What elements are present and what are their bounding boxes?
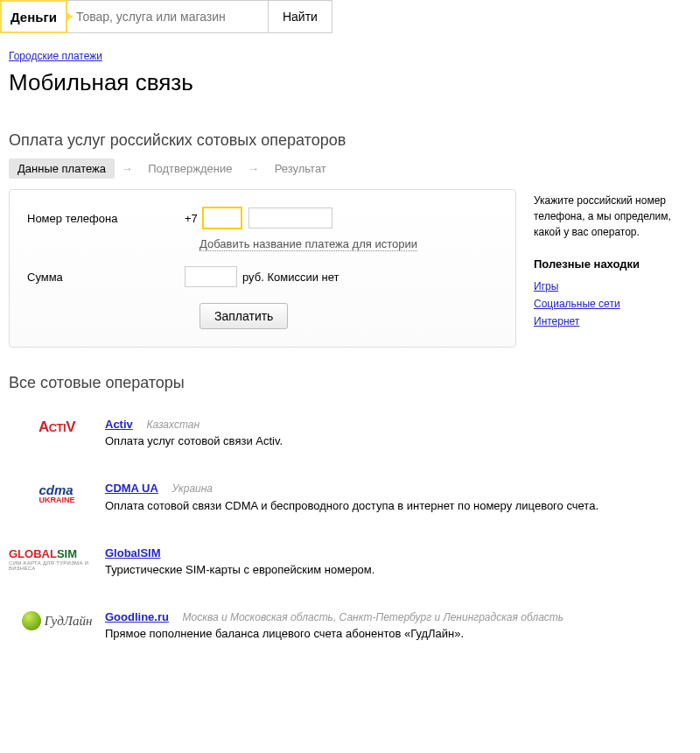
- sidebar-link-social[interactable]: Социальные сети: [534, 296, 691, 312]
- operator-item: GLOBALSIMСИМ-КАРТА ДЛЯ ТУРИЗМА И БИЗНЕСА…: [9, 530, 691, 594]
- phone-label: Номер телефона: [27, 212, 185, 225]
- payment-form-panel: Номер телефона +7 Добавить название плат…: [9, 189, 516, 348]
- operator-desc: Прямое пополнение баланса лицевого счета…: [105, 626, 691, 642]
- sidebar-hint: Укажите российский номер телефона, а мы …: [534, 193, 691, 240]
- operators-list: ACTIV Activ Казахстан Оплата услуг сотов…: [9, 401, 691, 658]
- phone-code-input[interactable]: [203, 208, 242, 229]
- operator-desc: Туристические SIM-карты с европейским но…: [105, 562, 691, 578]
- page-title: Мобильная связь: [9, 69, 691, 96]
- arrow-icon: →: [248, 162, 259, 175]
- step-result[interactable]: Результат: [266, 158, 335, 179]
- phone-number-input[interactable]: [248, 208, 332, 229]
- operator-region: Москва и Московская область, Санкт-Петер…: [183, 611, 564, 623]
- sidebar-link-games[interactable]: Игры: [534, 278, 691, 294]
- amount-suffix: руб. Комиссии нет: [242, 271, 339, 284]
- operator-item: ACTIV Activ Казахстан Оплата услуг сотов…: [9, 401, 691, 465]
- phone-prefix: +7: [185, 212, 198, 225]
- header: Деньги Найти: [0, 0, 700, 33]
- breadcrumb-parent-link[interactable]: Городские платежи: [9, 50, 102, 62]
- sidebar-links-title: Полезные находки: [534, 256, 691, 273]
- operator-link[interactable]: Goodline.ru: [105, 610, 169, 623]
- operator-logo-globalsim: GLOBALSIMСИМ-КАРТА ДЛЯ ТУРИЗМА И БИЗНЕСА: [9, 545, 105, 571]
- step-confirmation[interactable]: Подтверждение: [139, 158, 241, 179]
- arrow-icon: →: [122, 162, 133, 175]
- operator-item: ГудЛайн Goodline.ru Москва и Московская …: [9, 594, 691, 658]
- amount-input[interactable]: [185, 266, 237, 287]
- operator-region: Украина: [172, 482, 214, 495]
- sidebar: Укажите российский номер телефона, а мы …: [534, 189, 691, 348]
- operator-region: Казахстан: [146, 419, 200, 431]
- operator-logo-goodline: ГудЛайн: [9, 609, 105, 630]
- search-button[interactable]: Найти: [269, 0, 332, 33]
- step-payment-data[interactable]: Данные платежа: [9, 158, 115, 179]
- operator-logo-cdma: cdmaUKRAINE: [9, 481, 105, 503]
- operator-desc: Оплата сотовой связи CDMA и беспроводног…: [105, 498, 691, 514]
- operator-logo-activ: ACTIV: [9, 417, 105, 436]
- operator-desc: Оплата услуг сотовой связи Activ.: [105, 433, 691, 449]
- steps: Данные платежа → Подтверждение → Результ…: [9, 158, 691, 179]
- operator-link[interactable]: GlobalSIM: [105, 546, 161, 559]
- add-payment-name-link[interactable]: Добавить название платежа для истории: [200, 237, 417, 251]
- search-input[interactable]: [67, 0, 269, 33]
- operator-link[interactable]: Activ: [105, 418, 133, 431]
- operators-title: Все сотовые операторы: [9, 374, 691, 392]
- pay-button[interactable]: Заплатить: [200, 303, 288, 329]
- breadcrumb: Городские платежи: [9, 49, 691, 62]
- sidebar-link-internet[interactable]: Интернет: [534, 313, 691, 329]
- amount-label: Сумма: [27, 271, 185, 284]
- operator-item: cdmaUKRAINE CDMA UA Украина Оплата сотов…: [9, 465, 691, 529]
- operator-link[interactable]: CDMA UA: [105, 482, 158, 495]
- logo[interactable]: Деньги: [0, 0, 67, 33]
- form-section-title: Оплата услуг российских сотовых оператор…: [9, 131, 691, 150]
